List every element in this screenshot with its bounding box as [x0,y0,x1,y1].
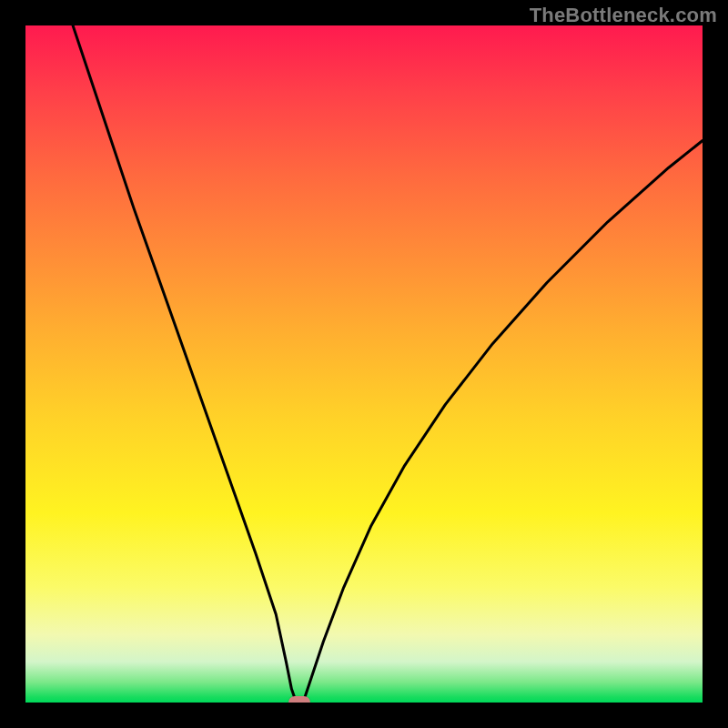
series-left-branch [73,25,297,703]
plot-area [25,25,703,703]
optimal-point-marker [288,696,310,703]
chart-frame: TheBottleneck.com [0,0,728,728]
series-right-branch [303,140,703,703]
watermark-text: TheBottleneck.com [530,4,717,27]
bottleneck-curve [25,25,703,703]
